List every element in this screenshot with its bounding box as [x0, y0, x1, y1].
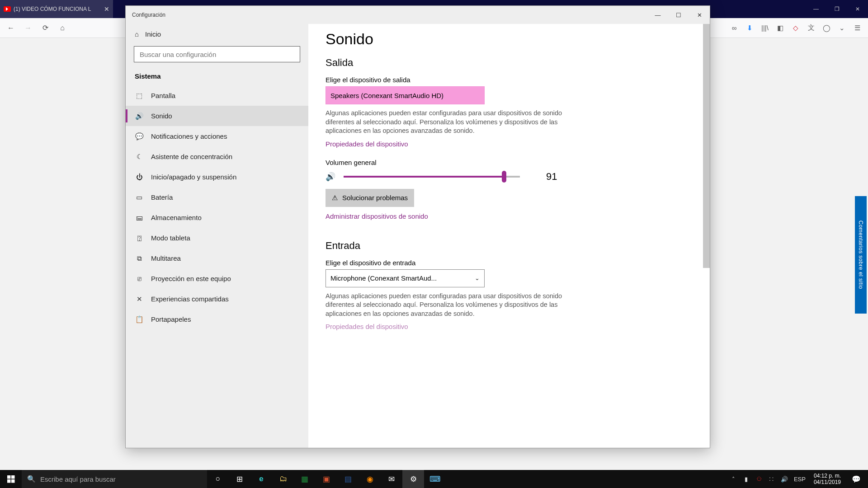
settings-titlebar[interactable]: Configuración — ☐ ✕ [126, 6, 710, 24]
nav-label: Batería [151, 193, 173, 201]
output-device-value: Speakers (Conexant SmartAudio HD) [330, 92, 443, 99]
taskbar-search[interactable]: 🔍 Escribe aquí para buscar [22, 470, 207, 488]
language-indicator[interactable]: ESP [792, 470, 807, 488]
input-device-label: Elige el dispositivo de entrada [326, 259, 693, 267]
start-button[interactable] [0, 470, 22, 488]
mail-icon[interactable]: ✉ [381, 470, 402, 488]
mcafee-icon[interactable]: ⦵ [754, 470, 764, 488]
volume-slider[interactable] [344, 171, 520, 182]
nav-icon: 📋 [135, 315, 144, 324]
back-button[interactable]: ← [4, 21, 18, 35]
troubleshoot-button[interactable]: ⚠ Solucionar problemas [326, 189, 414, 207]
home-icon: ⌂ [135, 30, 139, 38]
battery-icon[interactable]: ▮ [741, 470, 751, 488]
youtube-icon [4, 6, 11, 12]
input-device-properties-link[interactable]: Propiedades del dispositivo [326, 323, 408, 330]
nav-icon: 🔊 [135, 112, 144, 121]
home-button[interactable]: ⌂ [55, 21, 70, 35]
pocket-icon[interactable]: ⌄ [837, 23, 846, 33]
edge-icon[interactable]: e [250, 470, 272, 488]
wifi-icon[interactable]: ⸬ [767, 470, 777, 488]
nav-icon: ⧉ [135, 254, 144, 263]
sidebar-item-multitarea[interactable]: ⧉Multitarea [126, 248, 308, 268]
nav-icon: ☾ [135, 152, 144, 161]
taskbar-clock[interactable]: 04:12 p. m. 04/11/2019 [810, 471, 844, 488]
menu-icon[interactable]: ☰ [853, 23, 862, 33]
action-center-button[interactable]: 💬 [847, 475, 865, 483]
firefox-icon[interactable]: ◉ [359, 470, 381, 488]
shield-icon[interactable]: ◇ [791, 23, 800, 33]
settings-search-input[interactable] [134, 46, 300, 62]
forward-button[interactable]: → [21, 21, 35, 35]
output-device-label: Elige el dispositivo de salida [326, 76, 693, 84]
settings-icon[interactable]: ⚙ [402, 470, 424, 488]
reload-button[interactable]: ⟳ [38, 21, 52, 35]
search-icon: 🔍 [27, 475, 36, 483]
nav-label: Pantalla [151, 92, 175, 99]
settings-maximize-button[interactable]: ☐ [668, 6, 689, 24]
sidebar-item-portapapeles[interactable]: 📋Portapapeles [126, 309, 308, 329]
sidebar-item-proyecci-n-en-este-equipo[interactable]: ⎚Proyección en este equipo [126, 268, 308, 289]
sidebar-item-inicio-apagado-y-suspensi-n[interactable]: ⏻Inicio/apagado y suspensión [126, 167, 308, 187]
nav-label: Sonido [151, 112, 172, 120]
nav-label: Inicio/apagado y suspensión [151, 173, 236, 181]
nav-label: Experiencias compartidas [151, 295, 229, 303]
infinity-icon[interactable]: ∞ [730, 23, 739, 33]
output-heading: Salida [326, 57, 693, 69]
page-title: Sonido [326, 30, 693, 48]
output-device-dropdown[interactable]: Speakers (Conexant SmartAudio HD) [326, 86, 485, 104]
sidebar-item-notificaciones-y-acciones[interactable]: 💬Notificaciones y acciones [126, 126, 308, 146]
settings-sidebar: ⌂ Inicio 🔍 Sistema ⬚Pantalla🔊Sonido💬Noti… [126, 24, 308, 448]
library-icon[interactable]: |||\ [760, 23, 769, 33]
browser-minimize-button[interactable]: — [806, 0, 826, 18]
explorer-icon[interactable]: 🗂 [272, 470, 294, 488]
powerpoint-icon[interactable]: ▣ [316, 470, 337, 488]
settings-minimize-button[interactable]: — [647, 6, 668, 24]
word-icon[interactable]: ▤ [337, 470, 359, 488]
input-helper-text: Algunas aplicaciones pueden estar config… [326, 292, 579, 319]
feedback-tab[interactable]: Comentarios sobre el sitio [855, 196, 867, 314]
sidebar-icon[interactable]: ◧ [776, 23, 785, 33]
nav-label: Asistente de concentración [151, 153, 232, 160]
sidebar-item-asistente-de-concentraci-n[interactable]: ☾Asistente de concentración [126, 146, 308, 167]
cortana-button[interactable]: ○ [207, 470, 229, 488]
input-device-dropdown[interactable]: Microphone (Conexant SmartAud... ⌄ [326, 269, 485, 287]
account-icon[interactable]: ◯ [822, 23, 831, 33]
manage-devices-link[interactable]: Administrar dispositivos de sonido [326, 212, 428, 220]
input-device-value: Microphone (Conexant SmartAud... [330, 274, 437, 282]
nav-icon: ⎚ [135, 274, 144, 283]
scrollbar[interactable] [703, 24, 710, 448]
nav-icon: ▭ [135, 193, 144, 202]
svg-rect-3 [11, 479, 15, 483]
settings-close-button[interactable]: ✕ [689, 6, 710, 24]
browser-maximize-button[interactable]: ❐ [826, 0, 847, 18]
sidebar-item-almacenamiento[interactable]: 🖴Almacenamiento [126, 207, 308, 228]
sidebar-home[interactable]: ⌂ Inicio [126, 24, 308, 42]
excel-icon[interactable]: ▦ [294, 470, 316, 488]
nav-icon: ⏻ [135, 173, 144, 182]
svg-rect-2 [7, 479, 11, 483]
volume-icon[interactable]: 🔊 [326, 172, 335, 182]
translate-icon[interactable]: 文 [807, 23, 816, 33]
task-view-button[interactable]: ⊞ [229, 470, 250, 488]
volume-tray-icon[interactable]: 🔊 [779, 470, 789, 488]
scrollbar-thumb[interactable] [703, 24, 710, 268]
device-properties-link[interactable]: Propiedades del dispositivo [326, 140, 408, 148]
browser-tab[interactable]: (1) VIDEO CÓMO FUNCIONA L ✕ [0, 0, 113, 18]
tray-chevron-icon[interactable]: ˄ [729, 470, 739, 488]
settings-window: Configuración — ☐ ✕ ⌂ Inicio 🔍 Sistema ⬚… [125, 5, 710, 448]
warning-icon: ⚠ [332, 194, 338, 202]
download-icon[interactable]: ⬇ [745, 23, 754, 33]
sidebar-item-experiencias-compartidas[interactable]: ✕Experiencias compartidas [126, 289, 308, 309]
browser-close-button[interactable]: ✕ [847, 0, 868, 18]
tab-close-icon[interactable]: ✕ [104, 5, 109, 13]
onscreen-keyboard-icon[interactable]: ⌨ [424, 470, 446, 488]
sidebar-item-modo-tableta[interactable]: ⍰Modo tableta [126, 228, 308, 248]
settings-main: Sonido Salida Elige el dispositivo de sa… [308, 24, 710, 448]
volume-label: Volumen general [326, 159, 693, 166]
input-heading: Entrada [326, 240, 693, 252]
nav-label: Multitarea [151, 254, 181, 262]
sidebar-item-pantalla[interactable]: ⬚Pantalla [126, 85, 308, 106]
sidebar-item-sonido[interactable]: 🔊Sonido [126, 106, 308, 126]
sidebar-item-bater-a[interactable]: ▭Batería [126, 187, 308, 207]
